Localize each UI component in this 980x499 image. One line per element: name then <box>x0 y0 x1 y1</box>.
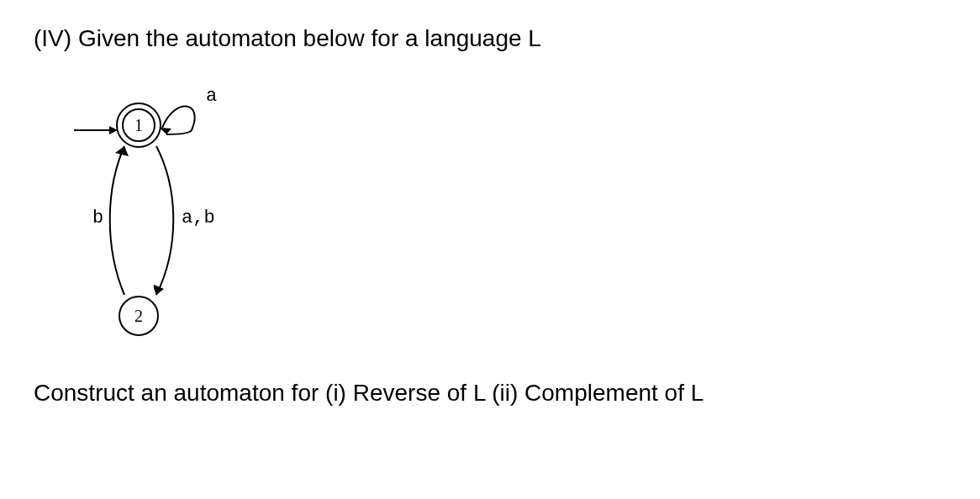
self-loop-label: a <box>206 86 217 107</box>
initial-arrow-icon <box>74 124 118 136</box>
state-1-inner: 1 <box>122 108 155 142</box>
svg-marker-2 <box>160 128 171 134</box>
svg-marker-3 <box>154 284 164 295</box>
state-2-label: 2 <box>134 307 143 326</box>
edge-1-to-2-label: a,b <box>182 207 215 228</box>
self-loop-a-icon <box>158 101 208 143</box>
svg-marker-4 <box>115 146 129 156</box>
state-2: 2 <box>119 296 159 336</box>
state-1-label: 1 <box>134 116 143 135</box>
edge-2-to-1-icon <box>103 139 145 303</box>
problem-intro: (IV) Given the automaton below for a lan… <box>34 25 946 52</box>
edge-2-to-1-label: b <box>92 207 103 228</box>
automaton-diagram: 1 a a,b b 2 <box>59 86 311 355</box>
problem-instruction: Construct an automaton for (i) Reverse o… <box>34 380 946 407</box>
